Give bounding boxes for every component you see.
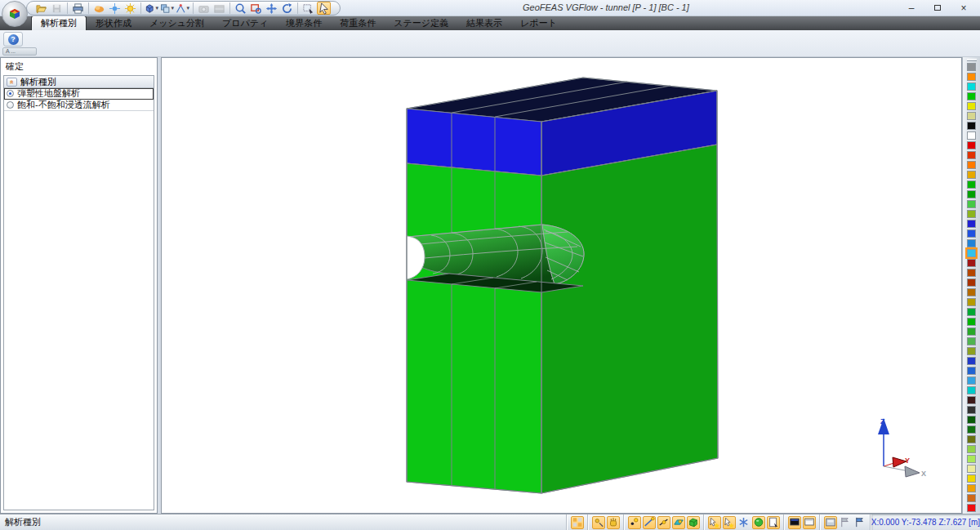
asterisk-toggle[interactable] [737, 516, 751, 529]
camera-button[interactable] [197, 2, 211, 15]
palette-color-cell[interactable] [967, 337, 976, 345]
close-button[interactable]: × [951, 0, 977, 16]
palette-color-cell[interactable] [967, 425, 976, 434]
tab-0[interactable]: 解析種別 [31, 16, 87, 30]
palette-color-cell[interactable] [967, 73, 976, 81]
palette-color-cell[interactable] [967, 367, 976, 375]
sel-line-toggle[interactable] [643, 516, 656, 529]
pick-a-toggle[interactable] [708, 516, 721, 529]
palette-color-cell[interactable] [967, 131, 976, 140]
palette-color-cell[interactable] [967, 396, 976, 404]
screen-light-toggle[interactable] [803, 516, 816, 529]
palette-color-cell[interactable] [967, 445, 976, 453]
group-header[interactable]: » 解析種別 [4, 76, 154, 88]
palette-color-cell[interactable] [967, 474, 976, 483]
pan-button[interactable] [265, 2, 278, 15]
film-button[interactable] [212, 2, 226, 15]
palette-color-cell[interactable] [967, 455, 976, 463]
cloud-button[interactable] [92, 2, 106, 15]
palette-color-cell[interactable] [967, 161, 976, 169]
minimize-button[interactable]: – [898, 0, 924, 16]
sel-solid-toggle[interactable] [687, 516, 700, 529]
pick-b-toggle[interactable] [723, 516, 736, 529]
open-folder-button[interactable] [34, 2, 48, 15]
palette-color-cell[interactable] [967, 376, 976, 385]
palette-color-cell[interactable] [967, 484, 976, 492]
palette-color-cell[interactable] [967, 347, 976, 355]
palette-color-cell[interactable] [967, 180, 976, 189]
view-cube-button[interactable]: ▾ [145, 2, 158, 15]
palette-color-cell[interactable] [967, 298, 976, 306]
sphere-toggle[interactable] [752, 516, 765, 529]
palette-grip[interactable] [967, 59, 977, 61]
palette-color-cell[interactable] [967, 288, 976, 296]
panel-header[interactable]: 確定 [1, 58, 157, 74]
palette-color-cell[interactable] [967, 465, 976, 473]
display-mode-button[interactable]: ▾ [160, 2, 174, 15]
move-mode-button[interactable]: ▾ [176, 2, 189, 15]
palette-color-cell[interactable] [967, 357, 976, 365]
select-button[interactable] [317, 2, 331, 15]
palette-color-cell[interactable] [967, 171, 976, 179]
model-canvas[interactable]: Z Y X [162, 58, 961, 513]
toolbar-overflow-chip[interactable]: A ... [2, 47, 37, 56]
palette-color-cell[interactable] [967, 318, 976, 326]
palette-color-cell[interactable] [967, 494, 976, 502]
tab-1[interactable]: 形状作成 [87, 16, 140, 30]
app-logo-icon[interactable] [2, 1, 28, 27]
tab-8[interactable]: レポート [511, 16, 566, 30]
palette-color-cell[interactable] [967, 504, 976, 512]
palette-color-cell[interactable] [967, 249, 976, 257]
tab-6[interactable]: ステージ定義 [385, 16, 457, 30]
palette-color-cell[interactable] [967, 406, 976, 414]
model-viewport[interactable]: Z Y X [161, 57, 962, 514]
grid-toggle[interactable] [571, 516, 584, 529]
palette-color-cell[interactable] [967, 82, 976, 91]
tab-4[interactable]: 境界条件 [277, 16, 331, 30]
palette-color-cell[interactable] [967, 122, 976, 130]
snap-point-toggle[interactable] [592, 516, 605, 529]
collapse-button[interactable]: » [7, 78, 17, 87]
page-sel-toggle[interactable] [767, 516, 780, 529]
sel-point-toggle[interactable] [628, 516, 641, 529]
palette-color-cell[interactable] [967, 435, 976, 443]
palette-color-cell[interactable] [967, 278, 976, 287]
palette-color-cell[interactable] [967, 92, 976, 100]
zoom-button[interactable] [234, 2, 247, 15]
sel-edge-toggle[interactable] [657, 516, 670, 529]
rotate-button[interactable] [280, 2, 294, 15]
flag-blue-toggle[interactable] [853, 516, 866, 529]
palette-color-cell[interactable] [967, 327, 976, 336]
sel-face-toggle[interactable] [672, 516, 685, 529]
light-button[interactable] [108, 2, 122, 15]
tab-7[interactable]: 結果表示 [457, 16, 511, 30]
tab-5[interactable]: 荷重条件 [331, 16, 385, 30]
flag-gray-toggle[interactable] [839, 516, 852, 529]
print-button[interactable] [71, 2, 85, 15]
palette-color-cell[interactable] [967, 308, 976, 316]
radio-icon[interactable] [7, 90, 14, 97]
palette-color-cell[interactable] [967, 239, 976, 247]
palette-color-cell[interactable] [967, 190, 976, 198]
palette-color-cell[interactable] [967, 112, 976, 120]
save-button[interactable] [50, 2, 64, 15]
zoom-window-button[interactable] [249, 2, 263, 15]
analysis-option-0[interactable]: 弾塑性地盤解析 [4, 88, 154, 100]
screen-dark-toggle[interactable] [788, 516, 801, 529]
palette-color-cell[interactable] [967, 102, 976, 110]
sun-button[interactable] [123, 2, 137, 15]
help-button[interactable]: ? [3, 32, 23, 47]
palette-color-cell[interactable] [967, 269, 976, 277]
select-window-button[interactable] [301, 2, 315, 15]
palette-color-cell[interactable] [967, 200, 976, 208]
palette-color-cell[interactable] [967, 141, 976, 149]
panel-toggle[interactable] [824, 516, 837, 529]
palette-color-cell[interactable] [967, 386, 976, 394]
palette-color-cell[interactable] [967, 229, 976, 238]
palette-color-cell[interactable] [967, 259, 976, 267]
tab-3[interactable]: プロパティ [213, 16, 277, 30]
palette-color-cell[interactable] [967, 151, 976, 159]
maximize-button[interactable] [924, 0, 951, 16]
palette-color-cell[interactable] [967, 63, 976, 71]
radio-icon[interactable] [7, 101, 14, 109]
